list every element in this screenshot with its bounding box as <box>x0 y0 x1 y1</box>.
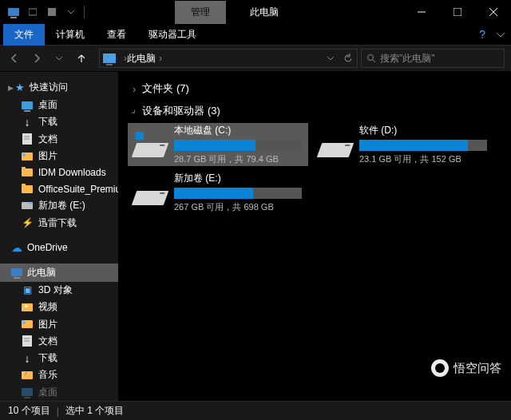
drive-usage-bar <box>359 140 487 151</box>
cloud-icon: ☁ <box>11 241 22 254</box>
drive-usage-bar <box>174 140 302 151</box>
sidebar-group-label: 此电脑 <box>27 266 56 279</box>
qat-item[interactable] <box>43 3 61 21</box>
sidebar-item-desktop[interactable]: 桌面 <box>0 97 118 113</box>
folder-icon <box>21 183 34 196</box>
watermark: 悟空问答 <box>431 359 501 377</box>
sidebar-this-pc[interactable]: 此电脑 <box>0 263 118 282</box>
video-icon <box>21 301 34 314</box>
sidebar-item-documents[interactable]: 文档 <box>0 131 118 148</box>
sidebar-quick-access[interactable]: ▶ ★ 快速访问 <box>0 78 118 97</box>
status-selected: 选中 1 个项目 <box>65 404 124 418</box>
watermark-text: 悟空问答 <box>454 361 501 376</box>
sidebar-onedrive[interactable]: ☁ OneDrive <box>0 239 118 256</box>
titlebar: 管理 此电脑 <box>0 0 511 24</box>
qat-overflow-icon[interactable] <box>62 3 80 21</box>
drive-status: 23.1 GB 可用，共 152 GB <box>359 153 487 165</box>
sidebar-item-music[interactable]: 音乐 <box>0 367 118 383</box>
drive-icon <box>21 200 34 212</box>
breadcrumb-location[interactable]: 此电脑 <box>127 52 156 65</box>
sidebar-item-desktop[interactable]: 桌面 <box>0 384 118 401</box>
sidebar: ▶ ★ 快速访问 桌面 ↓下载 文档 图片 IDM Downloads Offi… <box>0 72 118 401</box>
group-label: 文件夹 (7) <box>142 81 189 96</box>
download-icon: ↓ <box>21 352 34 365</box>
window-controls <box>403 0 511 24</box>
drive-icon <box>319 132 351 157</box>
drive-name: 软件 (D:) <box>359 124 487 137</box>
download-icon: ↓ <box>21 116 34 129</box>
breadcrumb[interactable]: › 此电脑 › <box>99 49 358 68</box>
chevron-right-icon[interactable]: › <box>159 53 162 64</box>
drive-item[interactable]: 软件 (D:)23.1 GB 可用，共 152 GB <box>313 123 493 166</box>
drive-status: 267 GB 可用，共 698 GB <box>174 201 302 213</box>
svg-rect-3 <box>454 8 461 16</box>
minimize-button[interactable] <box>403 0 439 24</box>
document-icon <box>21 133 34 145</box>
sidebar-item-pictures[interactable]: 图片 <box>0 148 118 164</box>
drives-container: 本地磁盘 (C:)28.7 GB 可用，共 79.4 GB软件 (D:)23.1… <box>125 123 511 214</box>
desktop-icon <box>21 386 34 398</box>
recent-dropdown-icon[interactable] <box>50 49 69 68</box>
tab-computer[interactable]: 计算机 <box>45 24 96 46</box>
app-icon[interactable] <box>5 3 22 21</box>
search-placeholder: 搜索"此电脑" <box>380 52 435 65</box>
svg-rect-0 <box>29 9 37 15</box>
drive-icon <box>134 132 166 157</box>
back-button[interactable] <box>5 49 24 68</box>
sidebar-item-drive[interactable]: 新加卷 (E:) <box>0 197 118 214</box>
svg-line-7 <box>373 60 375 62</box>
dropdown-icon[interactable] <box>322 50 339 67</box>
nav-buttons <box>0 49 96 68</box>
sidebar-item-3d[interactable]: ▣3D 对象 <box>0 282 118 299</box>
status-bar: 10 个项目 | 选中 1 个项目 <box>0 401 511 420</box>
star-icon: ★ <box>15 81 25 93</box>
tab-view[interactable]: 查看 <box>96 24 137 46</box>
sidebar-item-pictures[interactable]: 图片 <box>0 315 118 332</box>
quick-access-toolbar <box>0 3 87 21</box>
sidebar-item-folder[interactable]: OfficeSuite_Premium <box>0 181 118 197</box>
up-button[interactable] <box>72 49 91 68</box>
document-icon <box>21 335 34 347</box>
qat-item[interactable] <box>24 3 42 21</box>
search-icon <box>366 53 376 63</box>
pc-icon <box>103 53 116 63</box>
forward-button[interactable] <box>27 49 46 68</box>
tab-drive-tools[interactable]: 驱动器工具 <box>137 24 208 46</box>
sidebar-item-documents[interactable]: 文档 <box>0 333 118 350</box>
ribbon-tabs: 文件 计算机 查看 驱动器工具 ? <box>0 24 511 45</box>
chevron-down-icon[interactable]: › <box>129 105 140 117</box>
expand-ribbon-icon[interactable] <box>497 30 505 38</box>
sidebar-item-videos[interactable]: 视频 <box>0 299 118 315</box>
contextual-tab-manage[interactable]: 管理 <box>175 1 226 24</box>
pc-icon <box>11 268 22 276</box>
sidebar-item-downloads[interactable]: ↓下载 <box>0 113 118 130</box>
body: ▶ ★ 快速访问 桌面 ↓下载 文档 图片 IDM Downloads Offi… <box>0 72 511 401</box>
status-item-count: 10 个项目 <box>8 404 50 418</box>
drive-item[interactable]: 新加卷 (E:)267 GB 可用，共 698 GB <box>128 171 308 214</box>
desktop-icon <box>21 99 34 112</box>
drive-status: 28.7 GB 可用，共 79.4 GB <box>174 153 302 165</box>
sidebar-item-folder[interactable]: IDM Downloads <box>0 164 118 180</box>
cube-icon: ▣ <box>21 283 34 296</box>
drive-name: 本地磁盘 (C:) <box>174 124 302 137</box>
disclosure-icon[interactable]: ▶ <box>8 84 14 92</box>
help-icon[interactable]: ? <box>479 28 485 41</box>
maximize-button[interactable] <box>439 0 475 24</box>
drive-name: 新加卷 (E:) <box>174 172 302 185</box>
image-icon <box>21 318 34 331</box>
music-icon <box>21 369 34 382</box>
search-input[interactable]: 搜索"此电脑" <box>361 49 505 68</box>
group-header-drives[interactable]: › 设备和驱动器 (3) <box>125 101 511 123</box>
tab-file[interactable]: 文件 <box>3 24 45 46</box>
close-button[interactable] <box>475 0 511 24</box>
drive-usage-bar <box>174 188 302 199</box>
sidebar-group-label: OneDrive <box>27 242 68 253</box>
chevron-right-icon[interactable]: › <box>133 83 136 95</box>
sidebar-item-downloads[interactable]: ↓下载 <box>0 350 118 367</box>
sidebar-item-thunder[interactable]: ⚡迅雷下载 <box>0 214 118 231</box>
watermark-logo <box>431 359 449 377</box>
drive-item[interactable]: 本地磁盘 (C:)28.7 GB 可用，共 79.4 GB <box>128 123 308 166</box>
group-header-folders[interactable]: › 文件夹 (7) <box>125 78 511 101</box>
svg-point-6 <box>368 55 374 61</box>
refresh-icon[interactable] <box>339 50 357 67</box>
